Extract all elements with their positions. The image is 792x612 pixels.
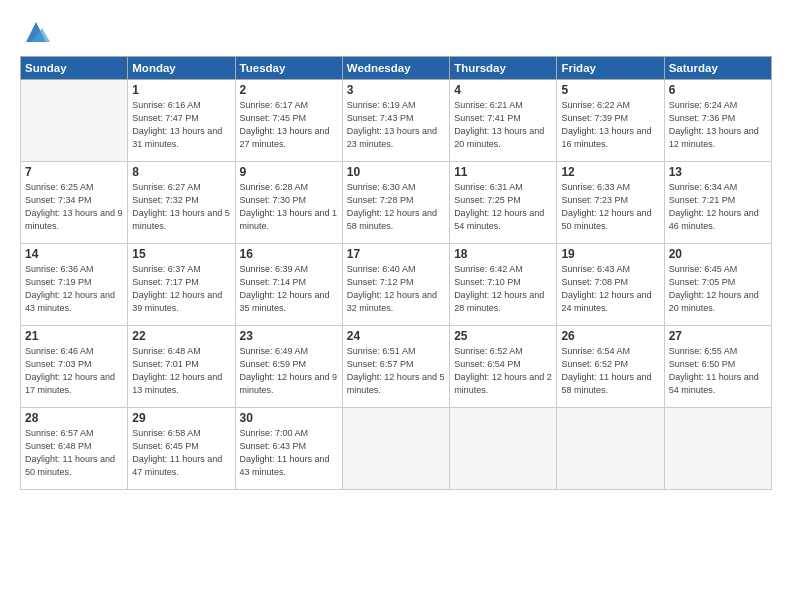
calendar-day-cell: 19Sunrise: 6:43 AMSunset: 7:08 PMDayligh… <box>557 244 664 326</box>
page-header <box>20 18 772 46</box>
day-info: Sunrise: 6:54 AMSunset: 6:52 PMDaylight:… <box>561 345 659 397</box>
calendar-day-cell: 12Sunrise: 6:33 AMSunset: 7:23 PMDayligh… <box>557 162 664 244</box>
calendar-day-cell: 4Sunrise: 6:21 AMSunset: 7:41 PMDaylight… <box>450 80 557 162</box>
day-info: Sunrise: 6:37 AMSunset: 7:17 PMDaylight:… <box>132 263 230 315</box>
calendar-day-cell: 10Sunrise: 6:30 AMSunset: 7:28 PMDayligh… <box>342 162 449 244</box>
calendar-day-cell: 2Sunrise: 6:17 AMSunset: 7:45 PMDaylight… <box>235 80 342 162</box>
calendar-table: SundayMondayTuesdayWednesdayThursdayFrid… <box>20 56 772 490</box>
weekday-header: Tuesday <box>235 57 342 80</box>
calendar-day-cell <box>664 408 771 490</box>
calendar-day-cell: 18Sunrise: 6:42 AMSunset: 7:10 PMDayligh… <box>450 244 557 326</box>
day-info: Sunrise: 6:42 AMSunset: 7:10 PMDaylight:… <box>454 263 552 315</box>
weekday-header: Wednesday <box>342 57 449 80</box>
calendar-week-row: 14Sunrise: 6:36 AMSunset: 7:19 PMDayligh… <box>21 244 772 326</box>
day-info: Sunrise: 6:48 AMSunset: 7:01 PMDaylight:… <box>132 345 230 397</box>
calendar-day-cell: 25Sunrise: 6:52 AMSunset: 6:54 PMDayligh… <box>450 326 557 408</box>
day-info: Sunrise: 6:25 AMSunset: 7:34 PMDaylight:… <box>25 181 123 233</box>
day-info: Sunrise: 6:39 AMSunset: 7:14 PMDaylight:… <box>240 263 338 315</box>
calendar-day-cell <box>557 408 664 490</box>
day-info: Sunrise: 6:21 AMSunset: 7:41 PMDaylight:… <box>454 99 552 151</box>
weekday-header-row: SundayMondayTuesdayWednesdayThursdayFrid… <box>21 57 772 80</box>
day-info: Sunrise: 6:33 AMSunset: 7:23 PMDaylight:… <box>561 181 659 233</box>
calendar-day-cell: 15Sunrise: 6:37 AMSunset: 7:17 PMDayligh… <box>128 244 235 326</box>
calendar-day-cell: 1Sunrise: 6:16 AMSunset: 7:47 PMDaylight… <box>128 80 235 162</box>
day-info: Sunrise: 6:34 AMSunset: 7:21 PMDaylight:… <box>669 181 767 233</box>
day-number: 3 <box>347 83 445 97</box>
day-number: 16 <box>240 247 338 261</box>
day-info: Sunrise: 6:58 AMSunset: 6:45 PMDaylight:… <box>132 427 230 479</box>
calendar-day-cell: 14Sunrise: 6:36 AMSunset: 7:19 PMDayligh… <box>21 244 128 326</box>
calendar-day-cell: 7Sunrise: 6:25 AMSunset: 7:34 PMDaylight… <box>21 162 128 244</box>
weekday-header: Thursday <box>450 57 557 80</box>
day-info: Sunrise: 6:27 AMSunset: 7:32 PMDaylight:… <box>132 181 230 233</box>
day-info: Sunrise: 6:24 AMSunset: 7:36 PMDaylight:… <box>669 99 767 151</box>
day-info: Sunrise: 6:31 AMSunset: 7:25 PMDaylight:… <box>454 181 552 233</box>
day-number: 25 <box>454 329 552 343</box>
calendar-day-cell: 21Sunrise: 6:46 AMSunset: 7:03 PMDayligh… <box>21 326 128 408</box>
day-info: Sunrise: 6:19 AMSunset: 7:43 PMDaylight:… <box>347 99 445 151</box>
day-info: Sunrise: 6:46 AMSunset: 7:03 PMDaylight:… <box>25 345 123 397</box>
day-number: 12 <box>561 165 659 179</box>
calendar-week-row: 1Sunrise: 6:16 AMSunset: 7:47 PMDaylight… <box>21 80 772 162</box>
calendar-day-cell: 26Sunrise: 6:54 AMSunset: 6:52 PMDayligh… <box>557 326 664 408</box>
calendar-day-cell: 13Sunrise: 6:34 AMSunset: 7:21 PMDayligh… <box>664 162 771 244</box>
day-number: 26 <box>561 329 659 343</box>
calendar-day-cell: 24Sunrise: 6:51 AMSunset: 6:57 PMDayligh… <box>342 326 449 408</box>
day-number: 30 <box>240 411 338 425</box>
day-number: 7 <box>25 165 123 179</box>
day-number: 9 <box>240 165 338 179</box>
day-number: 29 <box>132 411 230 425</box>
calendar-day-cell: 5Sunrise: 6:22 AMSunset: 7:39 PMDaylight… <box>557 80 664 162</box>
day-info: Sunrise: 6:36 AMSunset: 7:19 PMDaylight:… <box>25 263 123 315</box>
day-info: Sunrise: 6:57 AMSunset: 6:48 PMDaylight:… <box>25 427 123 479</box>
day-info: Sunrise: 6:22 AMSunset: 7:39 PMDaylight:… <box>561 99 659 151</box>
day-number: 2 <box>240 83 338 97</box>
day-info: Sunrise: 6:51 AMSunset: 6:57 PMDaylight:… <box>347 345 445 397</box>
calendar-day-cell: 11Sunrise: 6:31 AMSunset: 7:25 PMDayligh… <box>450 162 557 244</box>
day-number: 15 <box>132 247 230 261</box>
calendar-day-cell: 22Sunrise: 6:48 AMSunset: 7:01 PMDayligh… <box>128 326 235 408</box>
calendar-day-cell: 6Sunrise: 6:24 AMSunset: 7:36 PMDaylight… <box>664 80 771 162</box>
day-number: 8 <box>132 165 230 179</box>
day-number: 14 <box>25 247 123 261</box>
day-info: Sunrise: 6:17 AMSunset: 7:45 PMDaylight:… <box>240 99 338 151</box>
calendar-day-cell: 23Sunrise: 6:49 AMSunset: 6:59 PMDayligh… <box>235 326 342 408</box>
day-number: 6 <box>669 83 767 97</box>
calendar-day-cell: 29Sunrise: 6:58 AMSunset: 6:45 PMDayligh… <box>128 408 235 490</box>
calendar-day-cell: 8Sunrise: 6:27 AMSunset: 7:32 PMDaylight… <box>128 162 235 244</box>
weekday-header: Sunday <box>21 57 128 80</box>
weekday-header: Monday <box>128 57 235 80</box>
weekday-header: Friday <box>557 57 664 80</box>
day-number: 28 <box>25 411 123 425</box>
calendar-day-cell: 16Sunrise: 6:39 AMSunset: 7:14 PMDayligh… <box>235 244 342 326</box>
calendar-day-cell <box>342 408 449 490</box>
calendar-day-cell: 27Sunrise: 6:55 AMSunset: 6:50 PMDayligh… <box>664 326 771 408</box>
calendar-day-cell: 30Sunrise: 7:00 AMSunset: 6:43 PMDayligh… <box>235 408 342 490</box>
day-info: Sunrise: 6:52 AMSunset: 6:54 PMDaylight:… <box>454 345 552 397</box>
day-info: Sunrise: 6:43 AMSunset: 7:08 PMDaylight:… <box>561 263 659 315</box>
day-number: 27 <box>669 329 767 343</box>
calendar-week-row: 21Sunrise: 6:46 AMSunset: 7:03 PMDayligh… <box>21 326 772 408</box>
day-number: 13 <box>669 165 767 179</box>
day-info: Sunrise: 6:30 AMSunset: 7:28 PMDaylight:… <box>347 181 445 233</box>
weekday-header: Saturday <box>664 57 771 80</box>
day-number: 23 <box>240 329 338 343</box>
day-number: 4 <box>454 83 552 97</box>
day-number: 20 <box>669 247 767 261</box>
day-number: 5 <box>561 83 659 97</box>
calendar-day-cell: 9Sunrise: 6:28 AMSunset: 7:30 PMDaylight… <box>235 162 342 244</box>
calendar-day-cell: 3Sunrise: 6:19 AMSunset: 7:43 PMDaylight… <box>342 80 449 162</box>
day-number: 18 <box>454 247 552 261</box>
calendar-day-cell: 17Sunrise: 6:40 AMSunset: 7:12 PMDayligh… <box>342 244 449 326</box>
calendar-day-cell: 20Sunrise: 6:45 AMSunset: 7:05 PMDayligh… <box>664 244 771 326</box>
day-info: Sunrise: 6:16 AMSunset: 7:47 PMDaylight:… <box>132 99 230 151</box>
day-number: 17 <box>347 247 445 261</box>
day-number: 11 <box>454 165 552 179</box>
day-number: 21 <box>25 329 123 343</box>
logo-icon <box>22 18 50 46</box>
day-info: Sunrise: 6:40 AMSunset: 7:12 PMDaylight:… <box>347 263 445 315</box>
calendar-day-cell <box>450 408 557 490</box>
calendar-week-row: 28Sunrise: 6:57 AMSunset: 6:48 PMDayligh… <box>21 408 772 490</box>
calendar-day-cell <box>21 80 128 162</box>
day-number: 19 <box>561 247 659 261</box>
